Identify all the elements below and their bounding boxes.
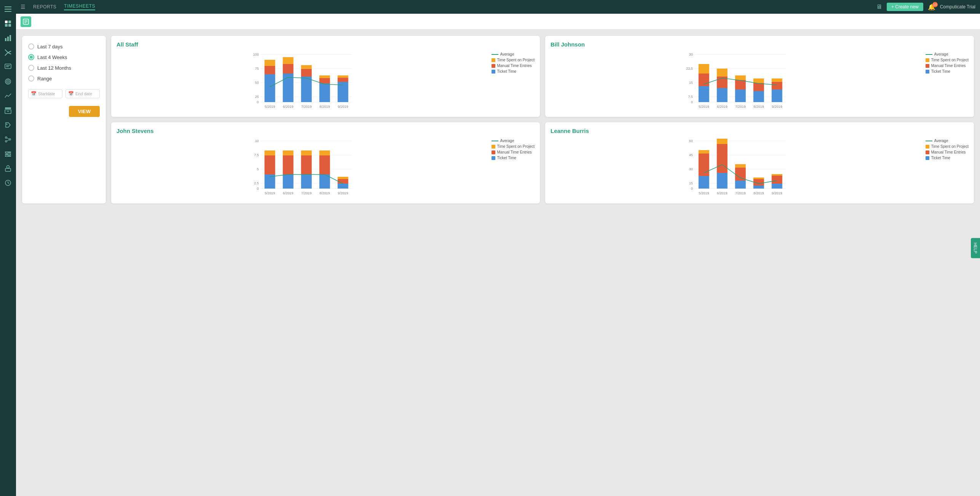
end-date-input[interactable]: 📅 End date <box>65 89 100 98</box>
svg-text:45: 45 <box>689 153 693 157</box>
svg-text:9/2019: 9/2019 <box>338 105 348 109</box>
svg-rect-8 <box>7 37 9 41</box>
sidebar-item-target[interactable] <box>2 75 14 88</box>
svg-rect-6 <box>8 24 11 27</box>
chart-legend-all-staff: Average Time Spent on Project Manual Tim… <box>492 51 535 113</box>
date-range-row: 📅 Startdate 📅 End date <box>28 89 100 98</box>
svg-text:25: 25 <box>255 95 259 99</box>
user-label: Computicate Trial <box>940 4 975 10</box>
topnav-left: ☰ REPORTS TIMESHEETS <box>21 3 95 10</box>
radio-last7[interactable]: Last 7 days <box>28 43 100 50</box>
svg-text:9/2019: 9/2019 <box>338 191 348 195</box>
chart-title-all-staff: All Staff <box>117 41 535 48</box>
svg-rect-54 <box>265 74 275 102</box>
svg-text:0: 0 <box>691 187 693 190</box>
svg-rect-118 <box>283 155 294 174</box>
sidebar-item-clock[interactable] <box>2 177 14 189</box>
notification-icon[interactable]: 🔔 10 <box>928 3 935 11</box>
sidebar-item-flow[interactable] <box>2 133 14 146</box>
sidebar-item-dashboard[interactable] <box>2 18 14 30</box>
svg-text:5/2019: 5/2019 <box>265 191 275 195</box>
period-radio-group: Last 7 days Last 4 Weeks Last 12 Months … <box>28 43 100 82</box>
svg-text:15: 15 <box>689 81 693 85</box>
svg-rect-149 <box>717 139 728 144</box>
svg-rect-87 <box>717 88 728 102</box>
radio-last12m[interactable]: Last 12 Months <box>28 65 100 71</box>
sidebar-item-chart[interactable] <box>2 32 14 44</box>
radio-circle-last12m <box>28 65 34 71</box>
svg-rect-92 <box>735 75 746 80</box>
svg-text:9/2019: 9/2019 <box>772 105 782 109</box>
chart-legend-john-stevens: Average Time Spent on Project Manual Tim… <box>492 137 535 200</box>
view-button[interactable]: VIEW <box>69 106 100 117</box>
svg-rect-64 <box>319 78 330 83</box>
svg-rect-94 <box>753 83 764 91</box>
svg-rect-55 <box>265 66 275 74</box>
svg-rect-57 <box>283 74 294 102</box>
svg-rect-158 <box>772 174 782 176</box>
svg-rect-115 <box>265 155 275 174</box>
chart-svg-bill-johnson: 30 22.5 15 7.5 0 <box>551 51 923 113</box>
chart-title-john-stevens: John Stevens <box>117 128 535 134</box>
svg-text:2.5: 2.5 <box>254 181 259 185</box>
svg-rect-59 <box>283 57 294 64</box>
svg-rect-7 <box>5 38 6 41</box>
svg-point-34 <box>6 155 8 157</box>
svg-rect-117 <box>283 174 294 189</box>
timesheets-tab-icon[interactable] <box>21 16 31 27</box>
svg-rect-29 <box>5 152 11 153</box>
svg-rect-58 <box>283 64 294 74</box>
notification-badge: 10 <box>932 2 938 7</box>
svg-rect-147 <box>717 173 728 189</box>
svg-rect-56 <box>265 60 275 66</box>
filter-panel: Last 7 days Last 4 Weeks Last 12 Months … <box>22 36 106 203</box>
svg-point-32 <box>6 152 8 153</box>
svg-text:5/2019: 5/2019 <box>699 191 709 195</box>
svg-rect-151 <box>735 168 746 181</box>
help-button[interactable]: HELP <box>971 238 980 258</box>
svg-text:7/2019: 7/2019 <box>735 191 746 195</box>
menu-icon[interactable]: ☰ <box>21 4 26 10</box>
sidebar-item-menu[interactable] <box>2 3 14 15</box>
svg-line-11 <box>5 53 8 56</box>
svg-rect-120 <box>301 174 312 189</box>
svg-rect-96 <box>772 90 782 102</box>
svg-point-26 <box>5 141 7 142</box>
svg-text:7.5: 7.5 <box>254 153 259 157</box>
sidebar-item-archive[interactable] <box>2 104 14 117</box>
svg-text:7/2019: 7/2019 <box>735 105 746 109</box>
sidebar-item-scissors[interactable] <box>2 46 14 59</box>
chart-bill-johnson: Bill Johnson 30 22.5 15 7.5 <box>545 36 974 117</box>
topnav-timesheets[interactable]: TIMESHEETS <box>64 3 95 10</box>
svg-rect-60 <box>301 77 312 102</box>
svg-line-39 <box>8 183 9 184</box>
topnav-reports[interactable]: REPORTS <box>33 4 56 10</box>
svg-rect-84 <box>699 86 709 102</box>
svg-text:0: 0 <box>257 187 259 190</box>
svg-rect-91 <box>735 80 746 90</box>
radio-range[interactable]: Range <box>28 75 100 82</box>
start-date-input[interactable]: 📅 Startdate <box>28 89 62 98</box>
svg-rect-68 <box>338 75 348 78</box>
charts-layout: Last 7 days Last 4 Weeks Last 12 Months … <box>22 36 974 203</box>
chart-svg-all-staff: 100 75 50 25 0 <box>117 51 488 113</box>
tab-bar <box>16 14 980 30</box>
chart-legend-leanne-burris: Average Time Spent on Project Manual Tim… <box>926 137 969 200</box>
svg-point-19 <box>8 81 9 82</box>
sidebar-item-contacts[interactable] <box>2 61 14 73</box>
svg-rect-116 <box>265 150 275 155</box>
chart-svg-john-stevens: 10 7.5 5 2.5 0 <box>117 137 488 200</box>
sidebar-item-analytics[interactable] <box>2 90 14 102</box>
sidebar-item-settings[interactable] <box>2 148 14 160</box>
top-navbar: ☰ REPORTS TIMESHEETS 🖥 + Create new 🔔 10… <box>16 0 980 14</box>
svg-text:8/2019: 8/2019 <box>753 105 764 109</box>
sidebar-item-person[interactable] <box>2 162 14 174</box>
svg-text:30: 30 <box>689 53 693 56</box>
radio-last4w[interactable]: Last 4 Weeks <box>28 54 100 60</box>
svg-text:0: 0 <box>257 100 259 104</box>
svg-text:15: 15 <box>689 181 693 185</box>
monitor-icon[interactable]: 🖥 <box>876 3 882 10</box>
sidebar-item-tags[interactable] <box>2 119 14 131</box>
create-new-button[interactable]: + Create new <box>887 3 923 11</box>
svg-line-27 <box>7 138 9 139</box>
